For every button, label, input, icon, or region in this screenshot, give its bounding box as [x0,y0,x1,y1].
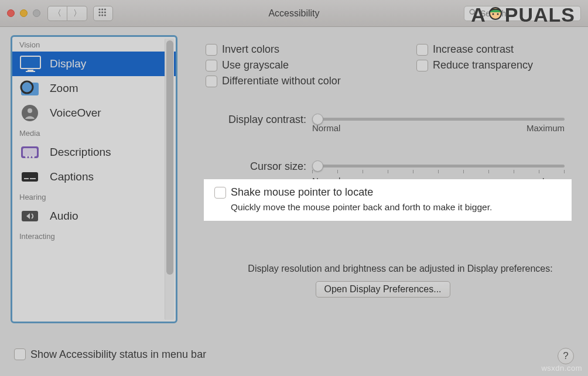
sidebar-category-hearing: Hearing [12,189,176,204]
zoom-icon [19,79,42,98]
sidebar-item-voiceover[interactable]: VoiceOver [12,101,176,125]
window-title: Accessibility [268,8,319,19]
checkbox-use-grayscale[interactable]: Use grayscale [206,59,341,71]
svg-point-3 [98,11,100,13]
shake-pointer-help: Quickly move the mouse pointer back and … [214,202,560,213]
checkbox-invert-colors[interactable]: Invert colors [206,43,341,56]
show-all-button[interactable] [93,6,113,21]
checkbox-label: Shake mouse pointer to locate [231,186,373,199]
close-window-button[interactable] [7,9,15,17]
svg-point-17 [28,108,32,113]
chevron-left-icon: 〈 [53,8,61,19]
sidebar-container: Vision Display Zoom [0,27,177,376]
svg-rect-13 [26,71,35,72]
audio-icon [19,207,42,225]
svg-point-20 [25,156,28,158]
checkbox-shake-pointer[interactable]: Shake mouse pointer to locate [214,186,560,199]
captions-icon [19,168,42,186]
svg-rect-25 [30,178,36,179]
back-button[interactable]: 〈 [47,6,67,21]
window-titlebar: 〈 〉 Accessibility Search [0,0,588,27]
window-footer: Show Accessibility status in menu bar ? [14,348,574,364]
slider-display-contrast: Display contrast: Normal Maximum [213,112,565,133]
checkbox-differentiate-color[interactable]: Differentiate without color [206,75,341,87]
sidebar-scrollbar[interactable] [165,39,174,320]
category-sidebar: Vision Display Zoom [11,35,177,323]
checkbox-icon [416,60,428,71]
display-resolution-note: Display resolution and brightness can be… [248,264,553,274]
voiceover-icon [19,104,42,122]
sidebar-item-zoom[interactable]: Zoom [12,76,176,101]
svg-point-22 [32,156,35,158]
sidebar-item-label: VoiceOver [50,107,101,119]
slider-track[interactable] [312,118,565,121]
sidebar-item-label: Descriptions [50,146,111,159]
checkbox-icon [214,187,226,199]
help-button[interactable]: ? [558,348,574,364]
search-placeholder: Search [480,9,506,18]
sidebar-item-captions[interactable]: Captions [12,165,176,189]
slider-label: Cursor size: [213,159,312,173]
svg-rect-14 [21,83,39,95]
svg-point-21 [29,156,31,158]
checkbox-label: Increase contrast [433,43,514,56]
svg-point-6 [98,14,100,16]
svg-line-10 [474,13,476,16]
sidebar-item-label: Captions [50,170,94,183]
checkbox-icon [14,348,26,360]
svg-point-1 [101,8,103,10]
svg-point-8 [104,14,106,16]
chevron-right-icon: 〉 [73,8,81,19]
sidebar-category-vision: Vision [12,37,176,52]
svg-point-7 [101,14,103,16]
search-field[interactable]: Search [464,6,581,21]
open-display-preferences-button[interactable]: Open Display Preferences... [315,281,450,298]
question-icon: ? [563,350,568,362]
slider-knob[interactable] [312,160,323,172]
search-icon [469,9,477,18]
checkbox-icon [206,76,217,87]
nav-buttons: 〈 〉 [47,6,87,21]
checkbox-increase-contrast[interactable]: Increase contrast [416,43,533,56]
checkbox-label: Use grayscale [222,59,289,71]
sidebar-item-descriptions[interactable]: Descriptions [12,140,176,165]
svg-point-5 [104,11,106,13]
checkbox-icon [206,44,217,56]
checkbox-label: Reduce transparency [433,59,533,71]
descriptions-icon [19,143,42,162]
checkbox-reduce-transparency[interactable]: Reduce transparency [416,59,533,71]
checkbox-label: Show Accessibility status in menu bar [30,348,206,361]
sidebar-category-media: Media [12,125,176,140]
site-watermark: wsxdn.com [541,364,582,372]
sidebar-item-audio[interactable]: Audio [12,204,176,228]
forward-button[interactable]: 〉 [67,6,87,21]
checkbox-status-menubar[interactable]: Show Accessibility status in menu bar [14,348,206,361]
sidebar-category-interacting: Interacting [12,228,176,243]
svg-rect-12 [28,70,33,71]
sidebar-scrollbar-thumb[interactable] [166,40,173,275]
svg-point-2 [104,8,106,10]
grid-icon [98,8,108,18]
svg-point-0 [98,8,100,10]
slider-track[interactable] [312,165,565,168]
slider-label: Display contrast: [213,112,312,126]
checkbox-icon [206,60,217,71]
slider-max-label: Maximum [527,123,565,133]
checkbox-label: Invert colors [222,43,279,56]
minimize-window-button[interactable] [20,9,28,17]
checkbox-label: Differentiate without color [222,75,341,87]
window-controls [7,9,40,17]
svg-rect-24 [24,178,29,179]
sidebar-item-display[interactable]: Display [12,52,176,76]
svg-rect-19 [23,148,37,156]
slider-knob[interactable] [312,114,323,125]
svg-rect-23 [22,172,38,182]
svg-rect-11 [20,56,40,69]
sidebar-item-label: Audio [50,210,78,223]
svg-point-4 [101,11,103,13]
display-icon [19,54,42,73]
shake-pointer-section: Shake mouse pointer to locate Quickly mo… [204,179,572,221]
sidebar-item-label: Display [50,57,86,70]
sidebar-item-label: Zoom [50,82,78,95]
zoom-window-button[interactable] [33,9,40,17]
